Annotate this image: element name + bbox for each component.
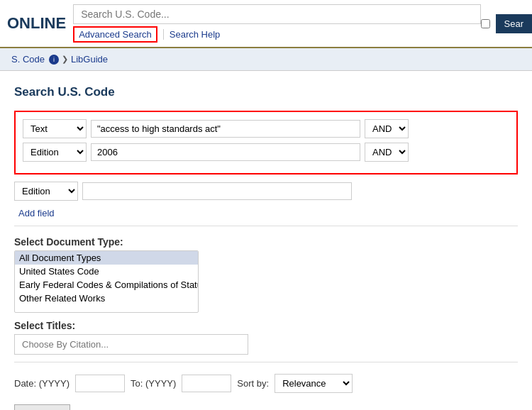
doc-type-option-other[interactable]: Other Related Works [15,292,198,305]
breadcrumb-chevron: ❯ [62,55,68,64]
divider-1 [14,226,518,226]
doc-type-option-usc[interactable]: United States Code [15,265,198,278]
date-label: Date: (YYYY) [14,378,70,389]
header: ONLINE Advanced Search Search Help Sear [0,0,532,48]
field-input-2[interactable] [91,143,360,161]
sort-select[interactable]: Relevance Date Title [275,374,353,393]
divider-2 [14,362,518,362]
search-checkbox[interactable] [481,19,490,28]
search-help-link[interactable]: Search Help [163,29,221,40]
breadcrumb-libguide[interactable]: LibGuide [71,54,108,65]
header-links: Advanced Search Search Help [73,26,480,43]
date-to-label: To: (YYYY) [131,378,176,389]
doc-type-label: Select Document Type: [14,236,518,248]
field-select-2[interactable]: Edition Text Title [23,143,87,162]
select-titles-label: Select Titles: [14,320,518,331]
breadcrumb: S. Code i ❯ LibGuide [0,48,532,71]
main-search-input[interactable] [73,4,480,24]
breadcrumb-us-code[interactable]: S. Code [11,54,45,65]
date-sort-row: Date: (YYYY) To: (YYYY) Sort by: Relevan… [14,374,518,393]
field-input-1[interactable] [91,120,360,138]
doc-type-select[interactable]: All Document Types United States Code Ea… [14,250,199,313]
date-from-input[interactable] [75,375,125,392]
date-to-input[interactable] [182,375,231,392]
search-fields-highlighted: Text Edition Title AND OR NOT Edition Te… [14,111,518,174]
advanced-search-link[interactable]: Advanced Search [73,26,157,43]
search-btn-row: Search [14,404,518,410]
field-select-1[interactable]: Text Edition Title [23,119,87,138]
search-button[interactable]: Search [14,404,70,410]
citation-input[interactable] [14,334,248,355]
add-field-link[interactable]: Add field [18,208,518,218]
search-row-1: Text Edition Title AND OR NOT [23,119,509,138]
operator-select-1[interactable]: AND OR NOT [365,119,409,138]
operator-select-2[interactable]: AND OR NOT [365,143,409,162]
doc-type-option-early[interactable]: Early Federal Codes & Compilations of St… [15,278,198,292]
search-row-3: Edition Text Title [14,182,518,201]
info-icon: i [49,55,59,65]
page-title: Search U.S. Code [14,85,518,99]
field-input-3[interactable] [82,182,352,200]
main-content: Search U.S. Code Text Edition Title AND … [0,71,532,410]
field-select-3[interactable]: Edition Text Title [14,182,78,201]
header-right: Sear [481,14,532,33]
search-bar-wrapper: Advanced Search Search Help [73,4,480,43]
search-row-2: Edition Text Title AND OR NOT [23,143,509,162]
sort-label: Sort by: [237,378,269,389]
logo: ONLINE [0,14,73,33]
sear-button[interactable]: Sear [496,14,532,33]
doc-type-option-all[interactable]: All Document Types [15,251,198,265]
